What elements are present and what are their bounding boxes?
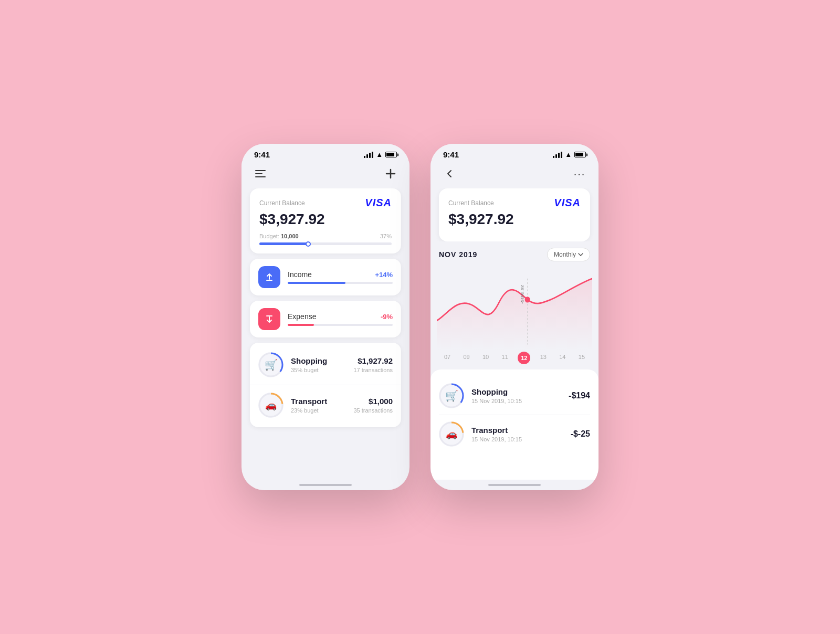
chart-month: NOV 2019 <box>439 250 477 259</box>
expense-change: -9% <box>381 313 393 321</box>
expense-info: Expense -9% <box>288 312 393 326</box>
progress-fill <box>259 242 308 245</box>
bottom-indicator-2 <box>430 480 598 490</box>
shopping-name: Shopping <box>291 356 346 365</box>
transactions-section: 🛒 Shopping 15 Nov 2019, 10:15 -$194 <box>430 369 598 480</box>
txn-shopping-name: Shopping <box>471 387 561 396</box>
expense-bar-track <box>288 324 393 326</box>
phones-container: 9:41 ▲ <box>242 144 598 490</box>
monthly-label: Monthly <box>554 251 576 258</box>
expense-icon <box>258 308 280 330</box>
income-icon <box>258 266 280 288</box>
signal-icon-1 <box>364 152 373 158</box>
battery-icon-1 <box>385 152 397 157</box>
svg-text:-$182.92: -$182.92 <box>519 285 524 304</box>
status-time-1: 9:41 <box>254 150 270 159</box>
wifi-icon-2: ▲ <box>565 151 572 158</box>
x-label: 10 <box>479 354 492 364</box>
shopping-value: $1,927.92 <box>353 356 393 365</box>
list-item: 🚗 Transport 15 Nov 2019, 10:15 -$-25 <box>439 415 590 453</box>
txn-transport-date: 15 Nov 2019, 10:15 <box>471 436 563 442</box>
chart-section: NOV 2019 Monthly <box>430 241 598 367</box>
budget-pct: 37% <box>380 233 392 239</box>
status-icons-1: ▲ <box>364 151 397 158</box>
list-item: 🛒 Shopping 35% buget $1,927.92 17 tran <box>250 345 401 385</box>
bottom-indicator-1 <box>242 480 410 490</box>
list-item: 🚗 Transport 23% buget $1,000 35 transa <box>250 385 401 425</box>
visa-logo-1: VISA <box>365 197 392 209</box>
nav-bar-1 <box>242 162 410 188</box>
shopping-sub: 35% buget <box>291 367 346 373</box>
balance-amount-2: $3,927.92 <box>448 211 581 228</box>
transport-amount: $1,000 35 transactions <box>353 397 393 414</box>
income-info: Income +14% <box>288 270 393 284</box>
shopping-amount: $1,927.92 17 transactions <box>353 356 393 373</box>
txn-transport-amount: -$-25 <box>571 429 590 439</box>
wifi-icon-1: ▲ <box>376 151 383 158</box>
txn-shopping-date: 15 Nov 2019, 10:15 <box>471 398 561 404</box>
x-label: 15 <box>575 354 588 364</box>
battery-icon-2 <box>574 152 586 157</box>
expense-bar-fill <box>288 324 314 326</box>
balance-amount-1: $3,927.92 <box>259 211 392 228</box>
nav-bar-2: ··· <box>430 162 598 188</box>
txn-shopping-info: Shopping 15 Nov 2019, 10:15 <box>471 387 561 404</box>
expense-title: Expense <box>288 312 316 321</box>
phone-1: 9:41 ▲ <box>242 144 410 490</box>
chart-container: -$182.92 07 09 10 11 12 13 14 15 <box>439 267 590 367</box>
status-bar-1: 9:41 ▲ <box>242 144 410 162</box>
transport-value: $1,000 <box>353 397 393 406</box>
status-bar-2: 9:41 ▲ <box>430 144 598 162</box>
status-time-2: 9:41 <box>443 150 459 159</box>
x-label: 11 <box>499 354 511 364</box>
txn-transport-icon: 🚗 <box>439 421 464 447</box>
phone1-content: Current Balance VISA $3,927.92 Budget: 1… <box>242 188 410 480</box>
x-label-active: 12 <box>518 352 530 364</box>
balance-card-2: Current Balance VISA $3,927.92 <box>439 188 590 241</box>
more-button[interactable]: ··· <box>571 165 588 182</box>
transport-name: Transport <box>291 397 346 406</box>
visa-logo-2: VISA <box>554 197 581 209</box>
signal-icon-2 <box>553 152 562 158</box>
transport-icon-wrapper: 🚗 <box>258 393 284 418</box>
income-bar-fill <box>288 282 345 284</box>
status-icons-2: ▲ <box>553 151 586 158</box>
transport-info: Transport 23% buget <box>291 397 346 414</box>
transport-sub: 23% buget <box>291 407 346 414</box>
txn-shopping-amount: -$194 <box>569 391 590 400</box>
add-button[interactable] <box>382 165 399 182</box>
shopping-icon-wrapper: 🛒 <box>258 352 284 377</box>
shopping-txn: 17 transactions <box>353 367 393 373</box>
phone2-content: Current Balance VISA $3,927.92 NOV 2019 … <box>430 188 598 480</box>
chart-x-labels: 07 09 10 11 12 13 14 15 <box>439 351 590 367</box>
x-label: 09 <box>460 354 473 364</box>
back-button[interactable] <box>441 165 458 182</box>
transport-txn: 35 transactions <box>353 407 393 414</box>
chart-area: -$182.92 <box>437 267 592 351</box>
svg-point-7 <box>525 297 530 302</box>
expense-card: Expense -9% <box>250 301 401 337</box>
balance-card-1: Current Balance VISA $3,927.92 Budget: 1… <box>250 188 401 253</box>
progress-track <box>259 242 392 245</box>
categories-card: 🛒 Shopping 35% buget $1,927.92 17 tran <box>250 343 401 427</box>
phone-2: 9:41 ▲ ··· <box>430 144 598 490</box>
txn-transport-name: Transport <box>471 426 563 435</box>
progress-thumb <box>306 241 311 247</box>
income-title: Income <box>288 270 312 279</box>
list-item: 🛒 Shopping 15 Nov 2019, 10:15 -$194 <box>439 377 590 415</box>
income-change: +14% <box>375 271 393 279</box>
txn-transport-info: Transport 15 Nov 2019, 10:15 <box>471 426 563 442</box>
x-label: 07 <box>441 354 454 364</box>
balance-label-2: Current Balance <box>448 199 494 207</box>
monthly-button[interactable]: Monthly <box>547 248 590 261</box>
balance-label-1: Current Balance <box>259 199 305 207</box>
income-bar-track <box>288 282 393 284</box>
x-label: 13 <box>537 354 550 364</box>
budget-label: Budget: 10,000 <box>259 233 299 239</box>
menu-button[interactable] <box>252 165 269 182</box>
income-card: Income +14% <box>250 259 401 295</box>
shopping-info: Shopping 35% buget <box>291 356 346 373</box>
x-label: 14 <box>556 354 569 364</box>
txn-shopping-icon: 🛒 <box>439 383 464 408</box>
